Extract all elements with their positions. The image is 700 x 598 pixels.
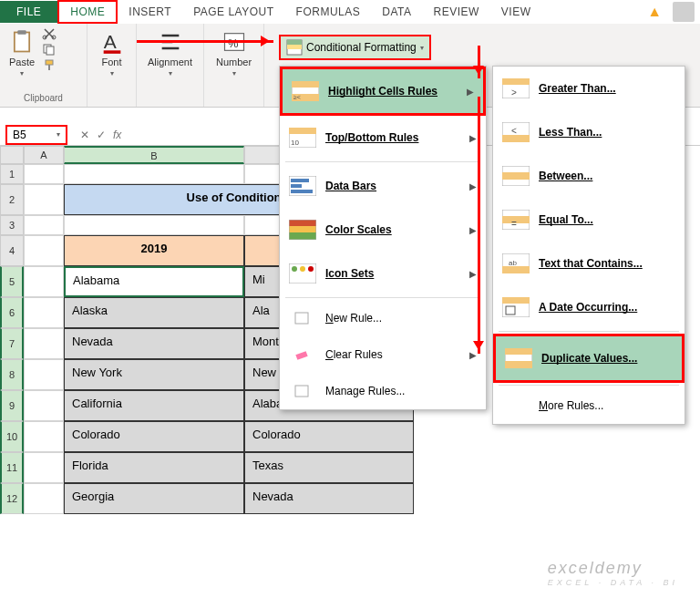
cancel-icon[interactable]: ✕: [80, 129, 89, 141]
cell[interactable]: Georgia: [64, 483, 244, 514]
equal-to-icon: =: [502, 209, 530, 231]
cell[interactable]: Colorado: [64, 421, 244, 452]
font-button[interactable]: A Font ▾: [93, 27, 130, 79]
svg-rect-25: [291, 190, 313, 193]
menu-duplicate-values[interactable]: Duplicate Values...: [493, 334, 685, 383]
cell[interactable]: [64, 164, 244, 184]
row-header[interactable]: 10: [0, 421, 24, 452]
cell[interactable]: [64, 215, 244, 235]
row-header[interactable]: 11: [0, 452, 24, 483]
cell[interactable]: Alaska: [64, 297, 244, 328]
menu-top-bottom-rules[interactable]: 10 Top/Bottom Rules ▶: [280, 116, 486, 160]
tab-data[interactable]: DATA: [371, 2, 422, 22]
cell[interactable]: Nevada: [244, 483, 414, 514]
row-header[interactable]: 9: [0, 390, 24, 421]
clipboard-group-label: Clipboard: [5, 91, 81, 105]
tab-insert[interactable]: INSERT: [118, 2, 182, 22]
annotation-arrow: [137, 40, 273, 43]
alignment-button[interactable]: Alignment ▾: [142, 27, 198, 79]
user-avatar[interactable]: [673, 2, 695, 22]
name-box[interactable]: B5 ▾: [5, 125, 67, 145]
chevron-right-icon: ▶: [469, 181, 477, 191]
row-header[interactable]: 4: [0, 235, 24, 266]
menu-manage-rules[interactable]: Manage Rules...: [280, 373, 486, 409]
menu-date-occurring[interactable]: A Date Occurring...: [493, 285, 685, 329]
row-header[interactable]: 3: [0, 215, 24, 235]
row-header[interactable]: 7: [0, 328, 24, 359]
cell[interactable]: Florida: [64, 452, 244, 483]
tab-view[interactable]: VIEW: [490, 2, 542, 22]
cell[interactable]: Nevada: [64, 328, 244, 359]
number-button[interactable]: % Number ▾: [210, 27, 258, 79]
cell[interactable]: [24, 164, 64, 184]
cell[interactable]: Colorado: [244, 421, 414, 452]
menu-new-rule[interactable]: New Rule...: [280, 300, 486, 336]
cell[interactable]: [24, 184, 64, 215]
row-header[interactable]: 8: [0, 359, 24, 390]
chevron-right-icon: ▶: [469, 133, 477, 143]
tab-home[interactable]: HOME: [57, 0, 118, 24]
tab-formulas[interactable]: FORMULAS: [285, 2, 372, 22]
row-header[interactable]: 2: [0, 184, 24, 215]
cell[interactable]: [24, 483, 64, 514]
col-header-a[interactable]: A: [24, 146, 64, 164]
tab-file[interactable]: FILE: [0, 1, 57, 23]
cell[interactable]: [24, 297, 64, 328]
svg-point-32: [308, 266, 314, 272]
svg-rect-26: [289, 220, 316, 226]
cell[interactable]: California: [64, 390, 244, 421]
cell[interactable]: [24, 328, 64, 359]
cell[interactable]: Alabama: [64, 266, 244, 297]
svg-rect-24: [291, 184, 302, 188]
row-header[interactable]: 5: [0, 266, 24, 297]
select-all-corner[interactable]: [0, 146, 24, 164]
conditional-formatting-button[interactable]: Conditional Formatting ▾: [279, 35, 431, 60]
cell[interactable]: Texas: [244, 452, 414, 483]
menu-less-than[interactable]: < Less Than...: [493, 110, 685, 154]
menu-data-bars[interactable]: Data Bars ▶: [280, 164, 486, 208]
menu-clear-rules[interactable]: Clear Rules ▶: [280, 336, 486, 373]
cell[interactable]: New York: [64, 359, 244, 390]
col-header-b[interactable]: B: [64, 146, 244, 164]
menu-icon-sets[interactable]: Icon Sets ▶: [280, 252, 486, 295]
duplicate-values-icon: [505, 347, 532, 369]
menu-greater-than[interactable]: > Greater Than...: [493, 67, 685, 110]
tab-page-layout[interactable]: PAGE LAYOUT: [182, 2, 284, 22]
cell[interactable]: [24, 390, 64, 421]
row-header[interactable]: 6: [0, 297, 24, 328]
menu-text-contains[interactable]: ab Text that Contains...: [493, 242, 685, 285]
tab-review[interactable]: REVIEW: [422, 2, 489, 22]
menu-more-rules[interactable]: More Rules...: [493, 387, 685, 424]
chevron-down-icon: ▾: [57, 130, 60, 139]
menu-between[interactable]: Between...: [493, 154, 685, 198]
menu-equal-to[interactable]: = Equal To...: [493, 198, 685, 242]
cell[interactable]: [24, 421, 64, 452]
row-header[interactable]: 12: [0, 483, 24, 514]
name-box-value: B5: [13, 129, 26, 141]
menu-label: Less Than...: [539, 126, 675, 139]
cell[interactable]: [24, 266, 64, 297]
svg-rect-0: [15, 33, 29, 52]
cell[interactable]: [24, 359, 64, 390]
menu-label: Data Bars: [325, 180, 460, 192]
svg-rect-52: [502, 297, 530, 304]
paste-button[interactable]: Paste ▾: [5, 27, 38, 79]
format-painter-icon[interactable]: [42, 58, 57, 71]
svg-rect-9: [103, 50, 120, 54]
copy-icon[interactable]: [42, 43, 57, 56]
svg-text:>: >: [511, 88, 517, 98]
cut-icon[interactable]: [42, 27, 57, 40]
fx-icon[interactable]: fx: [113, 129, 121, 141]
header-cell[interactable]: 2019: [64, 235, 244, 266]
menu-label: Icon Sets: [325, 267, 460, 280]
cell[interactable]: [24, 235, 64, 266]
cell[interactable]: [24, 452, 64, 483]
svg-rect-44: [502, 172, 530, 180]
row-header[interactable]: 1: [0, 164, 24, 184]
warning-icon[interactable]: ▲: [642, 4, 667, 20]
date-icon: [502, 296, 530, 318]
accept-icon[interactable]: ✓: [97, 129, 106, 141]
cell[interactable]: [24, 215, 64, 235]
menu-color-scales[interactable]: Color Scales ▶: [280, 208, 486, 252]
menu-highlight-cells-rules[interactable]: ≥< Highlight Cells Rules ▶: [280, 67, 486, 116]
